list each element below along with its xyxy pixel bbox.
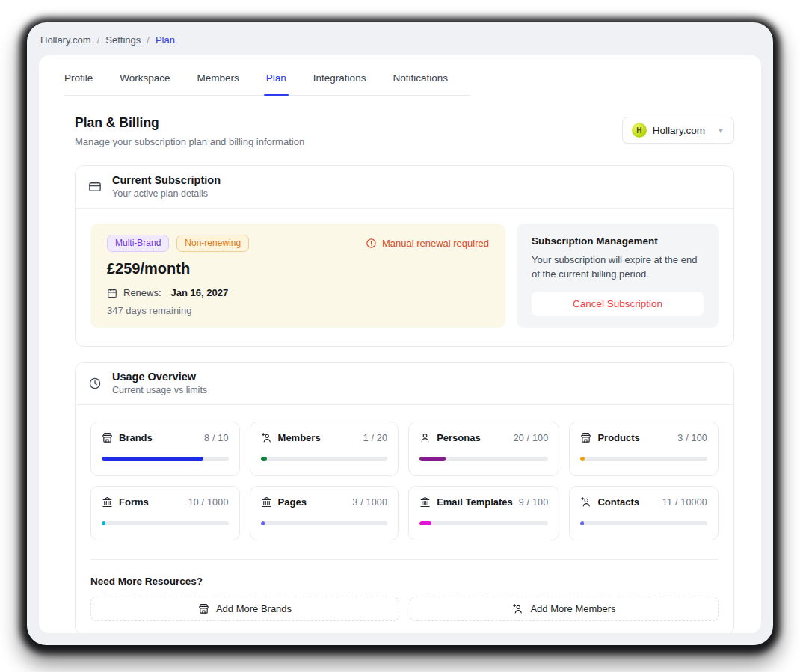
usage-card-header-text: Usage Overview Current usage vs limits	[112, 371, 207, 395]
renews-label: Renews:	[123, 287, 161, 298]
usage-card-top: Members 1 / 20	[261, 432, 388, 443]
page-title: Plan & Billing	[75, 115, 304, 131]
landmark-icon	[102, 496, 113, 508]
subscription-card-title: Current Subscription	[112, 174, 221, 186]
usage-progress-fill	[419, 521, 431, 525]
button-label: Add More Members	[530, 603, 615, 614]
user-icon	[419, 432, 431, 443]
usage-progress-fill	[261, 521, 265, 525]
usage-progress-fill	[580, 521, 584, 525]
usage-card-top: Pages 3 / 1000	[261, 496, 388, 508]
usage-card-top: Forms 10 / 1000	[102, 496, 229, 508]
renews-date: Jan 16, 2027	[171, 287, 229, 298]
tab-members[interactable]: Members	[197, 73, 239, 95]
tab-integrations[interactable]: Integrations	[313, 73, 366, 95]
store-icon	[580, 432, 591, 443]
usage-label: Products	[597, 432, 639, 443]
usage-label: Members	[278, 432, 321, 443]
page-header: Plan & Billing Manage your subscription …	[39, 96, 761, 165]
tab-notifications[interactable]: Notifications	[393, 73, 448, 95]
usage-value: 20 / 100	[514, 433, 549, 443]
user-star-icon	[580, 496, 591, 508]
subscription-card-subtitle: Your active plan details	[112, 188, 221, 199]
breadcrumb: Hollary.com/Settings/Plan	[27, 22, 773, 46]
usage-progress-fill	[102, 521, 105, 525]
usage-card-top: Personas 20 / 100	[419, 432, 548, 443]
landmark-icon	[419, 496, 431, 508]
usage-card-top: Email Templates 9 / 100	[419, 496, 548, 508]
tab-workspace[interactable]: Workspace	[120, 73, 170, 95]
user-star-icon	[261, 432, 272, 443]
breadcrumb-item-plan[interactable]: Plan	[156, 34, 175, 46]
usage-progress-track	[261, 457, 388, 461]
subscription-management-panel: Subscription Management Your subscriptio…	[517, 224, 719, 328]
usage-value: 10 / 1000	[188, 497, 229, 508]
usage-card-pages: Pages 3 / 1000	[250, 486, 399, 540]
plan-details-panel: Multi-BrandNon-renewing Manual renewal r…	[90, 224, 505, 328]
usage-label: Brands	[119, 432, 153, 443]
usage-progress-fill	[419, 457, 445, 461]
usage-value: 11 / 10000	[662, 497, 707, 508]
usage-value: 3 / 1000	[352, 497, 387, 508]
plan-badge-row: Multi-BrandNon-renewing Manual renewal r…	[107, 235, 489, 252]
page-header-text: Plan & Billing Manage your subscription …	[75, 115, 304, 147]
page-subtitle: Manage your subscription plan and billin…	[75, 136, 304, 147]
usage-label: Pages	[278, 496, 307, 508]
breadcrumb-separator: /	[97, 34, 100, 46]
renewal-warning-text: Manual renewal required	[382, 238, 489, 249]
breadcrumb-item-hollary-com[interactable]: Hollary.com	[40, 34, 91, 46]
badge-non-renewing: Non-renewing	[176, 235, 249, 252]
usage-label: Personas	[437, 432, 481, 443]
days-remaining: 347 days remaining	[107, 305, 489, 316]
usage-value: 9 / 100	[519, 497, 549, 508]
badge-multi-brand: Multi-Brand	[107, 235, 169, 252]
add-more-brands-button[interactable]: Add More Brands	[90, 597, 399, 621]
tab-profile[interactable]: Profile	[64, 73, 93, 95]
usage-progress-track	[102, 521, 229, 525]
usage-label: Forms	[119, 496, 149, 508]
workspace-avatar: H	[632, 123, 647, 138]
need-more-buttons: Add More Brands Add More Members	[90, 597, 719, 621]
cancel-subscription-button[interactable]: Cancel Subscription	[532, 292, 704, 316]
usage-card-email-templates: Email Templates 9 / 100	[408, 486, 559, 540]
usage-overview-card: Usage Overview Current usage vs limits B…	[75, 362, 734, 633]
subscription-card-header-text: Current Subscription Your active plan de…	[112, 174, 221, 199]
management-title: Subscription Management	[532, 235, 704, 247]
usage-value: 3 / 100	[677, 433, 707, 443]
renewal-date-row: Renews: Jan 16, 2027	[107, 287, 489, 298]
usage-card-brands: Brands 8 / 10	[90, 422, 240, 476]
renewal-warning: Manual renewal required	[366, 238, 489, 249]
plan-price: £259/month	[107, 260, 489, 277]
tab-plan[interactable]: Plan	[266, 73, 286, 95]
usage-card-body: Brands 8 / 10 Members 1 / 20 Personas 2	[76, 405, 733, 633]
workspace-selector[interactable]: H Hollary.com ▼	[622, 117, 734, 144]
divider	[90, 559, 719, 560]
tabs-row: ProfileWorkspaceMembersPlanIntegrationsN…	[39, 55, 761, 96]
usage-card-header: Usage Overview Current usage vs limits	[76, 363, 733, 405]
add-more-members-button[interactable]: Add More Members	[410, 597, 719, 621]
usage-progress-fill	[580, 457, 584, 461]
usage-card-subtitle: Current usage vs limits	[112, 385, 207, 395]
landmark-icon	[261, 496, 272, 508]
need-more-title: Need More Resources?	[90, 576, 719, 587]
breadcrumb-item-settings[interactable]: Settings	[105, 34, 141, 46]
usage-label: Email Templates	[437, 496, 513, 508]
store-icon	[198, 603, 209, 614]
app-window: Hollary.com/Settings/Plan ProfileWorkspa…	[27, 22, 773, 645]
usage-label: Contacts	[597, 496, 639, 508]
current-subscription-card: Current Subscription Your active plan de…	[75, 165, 734, 347]
usage-progress-fill	[261, 457, 267, 461]
workspace-name: Hollary.com	[653, 125, 705, 136]
breadcrumb-separator: /	[147, 34, 150, 46]
subscription-card-header: Current Subscription Your active plan de…	[76, 166, 733, 209]
usage-card-members: Members 1 / 20	[250, 422, 399, 476]
usage-value: 8 / 10	[204, 433, 228, 443]
subscription-card-body: Multi-BrandNon-renewing Manual renewal r…	[76, 209, 733, 346]
usage-progress-track	[580, 521, 707, 525]
usage-progress-track	[580, 457, 707, 461]
usage-value: 1 / 20	[363, 433, 387, 443]
usage-card-products: Products 3 / 100	[569, 422, 719, 476]
usage-card-contacts: Contacts 11 / 10000	[569, 486, 719, 540]
usage-card-forms: Forms 10 / 1000	[90, 486, 240, 540]
usage-grid: Brands 8 / 10 Members 1 / 20 Personas 2	[90, 422, 719, 540]
